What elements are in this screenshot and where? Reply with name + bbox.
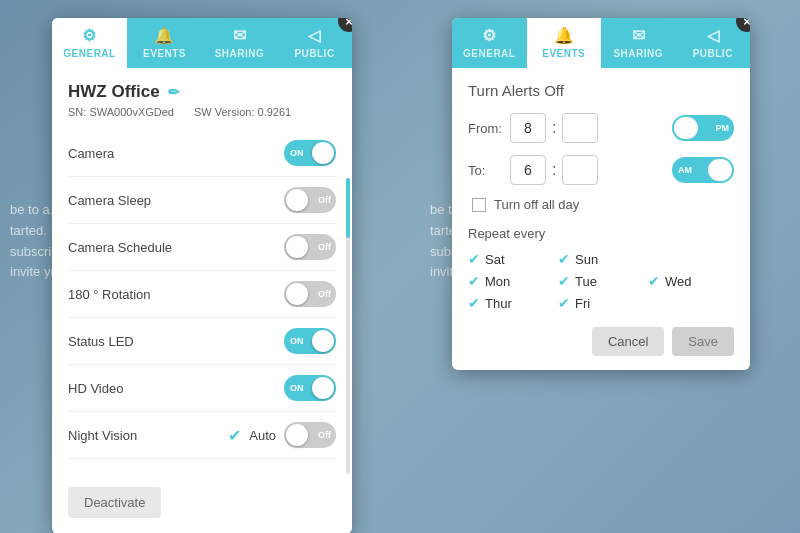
sat-check-icon: ✔ [468, 251, 480, 267]
public-icon-right: ◁ [707, 26, 720, 45]
tab-sharing-right-label: SHARING [613, 48, 663, 59]
tab-sharing-left[interactable]: ✉ SHARING [202, 18, 277, 68]
scroll-thumb [346, 178, 350, 238]
hd-video-toggle[interactable]: ON [284, 375, 336, 401]
tab-general-left-label: GENERAL [63, 48, 115, 59]
sharing-icon-left: ✉ [233, 26, 247, 45]
sharing-icon-right: ✉ [632, 26, 646, 45]
sun-check-icon: ✔ [558, 251, 570, 267]
mon-label: Mon [485, 274, 510, 289]
from-hour-input[interactable] [510, 113, 546, 143]
auto-label: Auto [249, 428, 276, 443]
all-day-label: Turn off all day [494, 197, 579, 212]
from-ampm-toggle[interactable]: AM PM [672, 115, 734, 141]
tab-public-left-label: PUBLIC [294, 48, 334, 59]
left-panel-body: HWZ Office ✏ SN: SWA000vXGDed SW Version… [52, 68, 352, 473]
tab-public-right-label: PUBLIC [693, 48, 733, 59]
general-icon-left: ⚙ [82, 26, 97, 45]
day-wed: ✔ Wed [648, 273, 734, 289]
night-vision-toggle[interactable]: Off [284, 422, 336, 448]
to-row: To: : AM PM [468, 155, 734, 185]
setting-hd-video-label: HD Video [68, 381, 123, 396]
to-pm-label: PM [716, 165, 730, 175]
mon-check-icon: ✔ [468, 273, 480, 289]
wed-label: Wed [665, 274, 692, 289]
from-label: From: [468, 121, 504, 136]
camera-toggle[interactable]: ON [284, 140, 336, 166]
action-row: Cancel Save [468, 327, 734, 356]
thur-label: Thur [485, 296, 512, 311]
tab-general-right-label: GENERAL [463, 48, 515, 59]
am-thumb [674, 117, 698, 139]
setting-night-vision-label: Night Vision [68, 428, 137, 443]
setting-camera: Camera ON [68, 130, 336, 177]
thur-check-icon: ✔ [468, 295, 480, 311]
sw-info: SW Version: 0.9261 [194, 106, 291, 118]
tab-events-right-label: EVENTS [542, 48, 585, 59]
day-sun: ✔ Sun [558, 251, 644, 267]
public-icon-left: ◁ [308, 26, 321, 45]
to-am-label: AM [678, 165, 692, 175]
scrollbar[interactable] [346, 178, 350, 474]
setting-rotation: 180 ° Rotation Off [68, 271, 336, 318]
setting-hd-video: HD Video ON [68, 365, 336, 412]
sn-info: SN: SWA000vXGDed [68, 106, 174, 118]
setting-camera-sleep: Camera Sleep Off [68, 177, 336, 224]
all-day-checkbox[interactable] [472, 198, 486, 212]
right-panel: × ⚙ GENERAL 🔔 EVENTS ✉ SHARING ◁ PUBLIC … [452, 18, 750, 370]
to-hour-input[interactable] [510, 155, 546, 185]
tab-events-left-label: EVENTS [143, 48, 186, 59]
setting-camera-label: Camera [68, 146, 114, 161]
from-minute-input[interactable] [562, 113, 598, 143]
tab-sharing-right[interactable]: ✉ SHARING [601, 18, 676, 68]
setting-camera-sleep-label: Camera Sleep [68, 193, 151, 208]
status-led-toggle[interactable]: ON [284, 328, 336, 354]
tue-label: Tue [575, 274, 597, 289]
alerts-title: Turn Alerts Off [468, 82, 734, 99]
day-empty-1 [648, 251, 734, 267]
night-vision-controls: ✔ Auto Off [228, 422, 336, 448]
days-grid: ✔ Sat ✔ Sun ✔ Mon ✔ Tue ✔ Wed ✔ Thu [468, 251, 734, 311]
day-fri: ✔ Fri [558, 295, 644, 311]
setting-rotation-label: 180 ° Rotation [68, 287, 151, 302]
day-sat: ✔ Sat [468, 251, 554, 267]
all-day-row: Turn off all day [468, 197, 734, 212]
auto-check-icon: ✔ [228, 426, 241, 445]
edit-icon[interactable]: ✏ [168, 84, 180, 100]
right-panel-body: Turn Alerts Off From: : AM PM To: : [452, 68, 750, 370]
wed-check-icon: ✔ [648, 273, 660, 289]
fri-label: Fri [575, 296, 590, 311]
tab-general-right[interactable]: ⚙ GENERAL [452, 18, 527, 68]
deactivate-button[interactable]: Deactivate [68, 487, 161, 518]
camera-sleep-toggle[interactable]: Off [284, 187, 336, 213]
sat-label: Sat [485, 252, 505, 267]
to-colon: : [552, 161, 556, 179]
tue-check-icon: ✔ [558, 273, 570, 289]
rotation-toggle[interactable]: Off [284, 281, 336, 307]
from-colon: : [552, 119, 556, 137]
events-icon-left: 🔔 [154, 26, 175, 45]
cancel-button[interactable]: Cancel [592, 327, 664, 356]
day-thur: ✔ Thur [468, 295, 554, 311]
tab-sharing-left-label: SHARING [215, 48, 265, 59]
repeat-label: Repeat every [468, 226, 734, 241]
events-icon-right: 🔔 [554, 26, 575, 45]
device-info: SN: SWA000vXGDed SW Version: 0.9261 [68, 106, 336, 118]
day-mon: ✔ Mon [468, 273, 554, 289]
day-tue: ✔ Tue [558, 273, 644, 289]
setting-camera-schedule: Camera Schedule Off [68, 224, 336, 271]
tab-events-right[interactable]: 🔔 EVENTS [527, 18, 602, 68]
save-button[interactable]: Save [672, 327, 734, 356]
to-ampm-toggle[interactable]: AM PM [672, 157, 734, 183]
pm-label: PM [716, 123, 730, 133]
to-minute-input[interactable] [562, 155, 598, 185]
tab-events-left[interactable]: 🔔 EVENTS [127, 18, 202, 68]
left-panel-tab-bar: ⚙ GENERAL 🔔 EVENTS ✉ SHARING ◁ PUBLIC [52, 18, 352, 68]
general-icon-right: ⚙ [482, 26, 497, 45]
setting-camera-schedule-label: Camera Schedule [68, 240, 172, 255]
setting-status-led-label: Status LED [68, 334, 134, 349]
device-name: HWZ Office ✏ [68, 82, 336, 102]
tab-general-left[interactable]: ⚙ GENERAL [52, 18, 127, 68]
camera-schedule-toggle[interactable]: Off [284, 234, 336, 260]
left-panel: × ⚙ GENERAL 🔔 EVENTS ✉ SHARING ◁ PUBLIC … [52, 18, 352, 533]
